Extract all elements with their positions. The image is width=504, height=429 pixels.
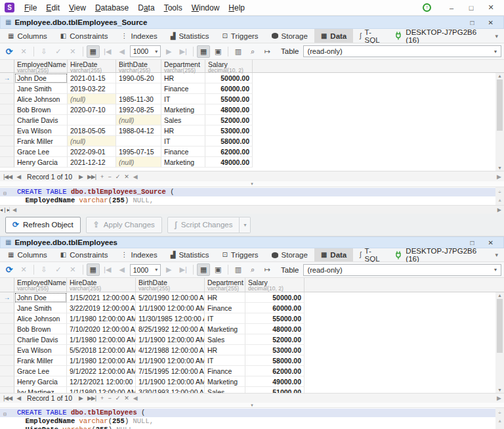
grid-cell[interactable]: HR: [205, 345, 245, 355]
tab-constraints[interactable]: ◧Constraints: [54, 248, 115, 261]
enable-paging-icon[interactable]: ▦: [87, 45, 100, 58]
column-header-birthdate[interactable]: BirthDatevarchar(255): [136, 278, 205, 292]
grid-cell[interactable]: 4/12/1988 12:00:00 AM: [136, 345, 205, 355]
scroll-up-icon[interactable]: ▲: [498, 417, 501, 426]
scroll-up-icon[interactable]: ▲: [497, 74, 502, 78]
grid-cell[interactable]: 8/25/1992 12:00:00 AM: [136, 324, 205, 334]
grid-cell[interactable]: [68, 115, 116, 125]
scroll-right-icon[interactable]: ▶: [497, 395, 501, 401]
vertical-scrollbar[interactable]: ÷▲: [495, 408, 504, 429]
last-record-icon[interactable]: ▶▶|: [87, 395, 96, 401]
grid-cell[interactable]: Alice Johnson: [14, 313, 67, 324]
grid-cell[interactable]: 49000.00: [205, 157, 253, 168]
grid-cell[interactable]: John Doe: [14, 292, 67, 303]
grid-cell[interactable]: 3/22/2019 12:00:00 AM: [67, 303, 136, 313]
tab-columns[interactable]: ▦Columns: [1, 29, 54, 43]
grid-cell[interactable]: 60000.00: [205, 83, 253, 94]
tab-data[interactable]: ▦Data: [314, 29, 353, 43]
tab-t-sql[interactable]: ʃT-SQL: [353, 29, 389, 43]
grid-cell[interactable]: Henry Garcia: [14, 376, 67, 387]
update-available-icon[interactable]: ↑: [423, 3, 431, 12]
splitter-grip-icon[interactable]: ÷: [498, 409, 501, 417]
menu-help[interactable]: Help: [224, 1, 249, 14]
first-record-icon[interactable]: |◀◀: [3, 173, 12, 180]
scroll-right-icon[interactable]: ▶: [497, 173, 501, 180]
delete-record-icon[interactable]: −: [108, 173, 110, 180]
grid-cell[interactable]: 60000.00: [245, 303, 304, 313]
grid-cell[interactable]: Jane Smith: [14, 83, 68, 94]
next-record-icon[interactable]: ▶: [79, 395, 83, 401]
grid-cell[interactable]: Finance: [161, 83, 205, 94]
grid-cell[interactable]: 1988-04-12: [116, 125, 161, 136]
column-header-hiredate[interactable]: HireDatevarchar(255): [67, 278, 136, 292]
append-record-icon[interactable]: +: [100, 173, 103, 180]
grid-cell[interactable]: Marketing: [161, 157, 205, 168]
grid-cell[interactable]: John Doe: [14, 73, 68, 83]
grid-cell[interactable]: 1/1/1980 12:00:00 AM: [67, 313, 136, 324]
grid-cell[interactable]: [116, 83, 161, 94]
grid-cell[interactable]: Henry Garcia: [14, 157, 68, 168]
tab-statistics[interactable]: ▟Statistics: [164, 29, 216, 43]
scrollbar-thumb[interactable]: [497, 299, 503, 353]
grid-cell[interactable]: (null): [116, 115, 161, 125]
doc-maximize-button[interactable]: □: [465, 239, 480, 246]
delete-record-icon[interactable]: −: [108, 395, 110, 401]
grid-cell[interactable]: 55000.00: [245, 313, 304, 324]
first-record-icon[interactable]: |◀◀: [3, 395, 12, 401]
grid-cell[interactable]: 62000.00: [245, 366, 304, 376]
grid-cell[interactable]: 1/1/1900 12:00:00 AM: [136, 303, 205, 313]
menu-file[interactable]: File: [20, 1, 41, 14]
splitter-chevron-icon[interactable]: ▾: [0, 403, 504, 407]
collapse-region-icon[interactable]: ⊟: [3, 410, 7, 418]
grid-cell[interactable]: 48000.00: [245, 324, 304, 334]
menu-data[interactable]: Data: [133, 1, 159, 14]
grid-cell[interactable]: Charlie Davis: [14, 334, 67, 345]
grid-cell[interactable]: 53000.00: [205, 125, 253, 136]
scroll-down-icon[interactable]: ▼: [497, 388, 502, 392]
grid-cell[interactable]: Grace Lee: [14, 366, 67, 376]
grid-cell[interactable]: (null): [68, 94, 116, 104]
last-record-icon[interactable]: ▶▶|: [87, 173, 96, 180]
grid-cell[interactable]: 58000.00: [245, 355, 304, 366]
grid-cell[interactable]: 5/20/1990 12:00:00 AM: [136, 292, 205, 303]
column-header-hiredate[interactable]: HireDatevarchar(255): [68, 60, 116, 72]
minimize-button[interactable]: –: [442, 4, 461, 12]
grid-cell[interactable]: 50000.00: [205, 73, 253, 83]
column-visibility-icon[interactable]: ▥: [232, 45, 245, 58]
sql-preview-editor[interactable]: ⊟CREATE TABLE dbo.tblEmployees_Source ( …: [0, 187, 504, 205]
grid-cell[interactable]: 1990-05-20: [116, 73, 161, 83]
grid-cell[interactable]: 1/1/1980 12:00:00 AM: [67, 355, 136, 366]
grid-cell[interactable]: Frank Miller: [14, 355, 67, 366]
grid-cell[interactable]: Eva Wilson: [14, 125, 68, 136]
page-size-input[interactable]: 1000▾: [130, 45, 161, 57]
collapse-region-icon[interactable]: ⊟: [3, 189, 7, 198]
grid-cell[interactable]: 51000.00: [245, 387, 304, 393]
menu-edit[interactable]: Edit: [41, 1, 64, 14]
cancel-edit-icon[interactable]: ✕: [124, 173, 129, 180]
tab-triggers[interactable]: ⊡Triggers: [215, 248, 264, 261]
post-edit-icon[interactable]: ✓: [116, 173, 120, 180]
tab-constraints[interactable]: ◧Constraints: [54, 29, 115, 43]
grid-cell[interactable]: 7/15/1995 12:00:00 AM: [136, 366, 205, 376]
grid-cell[interactable]: 1992-08-25: [116, 104, 161, 115]
maximize-button[interactable]: □: [461, 4, 481, 12]
grid-cell[interactable]: 12/12/2021 12:00:00 ...: [67, 376, 136, 387]
menu-window[interactable]: Window: [187, 1, 224, 14]
refresh-object-button[interactable]: ⟳ Refresh Object: [5, 217, 81, 233]
grid-cell[interactable]: 52000.00: [205, 115, 253, 125]
grid-cell[interactable]: Marketing: [205, 324, 245, 334]
table-mode-select[interactable]: (read-only)▾: [303, 264, 502, 276]
grid-cell[interactable]: 1/1/1900 12:00:00 AM: [136, 376, 205, 387]
grid-cell[interactable]: Alice Johnson: [14, 94, 68, 104]
grid-cell[interactable]: 50000.00: [245, 292, 304, 303]
scroll-up-icon[interactable]: ▲: [498, 196, 501, 205]
scroll-up-icon[interactable]: ▲: [497, 293, 502, 298]
grid-cell[interactable]: 52000.00: [245, 334, 304, 345]
tab-data[interactable]: ▦Data: [314, 248, 353, 261]
column-header-employedname[interactable]: EmployedNamevarchar(255): [14, 278, 67, 292]
column-header-salary[interactable]: Salarydecimal(10, 2): [245, 278, 304, 292]
incremental-search-icon[interactable]: ⌕: [246, 263, 259, 276]
splitter-chevron-icon[interactable]: ▾: [0, 181, 504, 187]
splitter-grip-icon[interactable]: ÷: [498, 188, 501, 196]
column-header-department[interactable]: Departmentvarchar(255): [205, 278, 245, 292]
